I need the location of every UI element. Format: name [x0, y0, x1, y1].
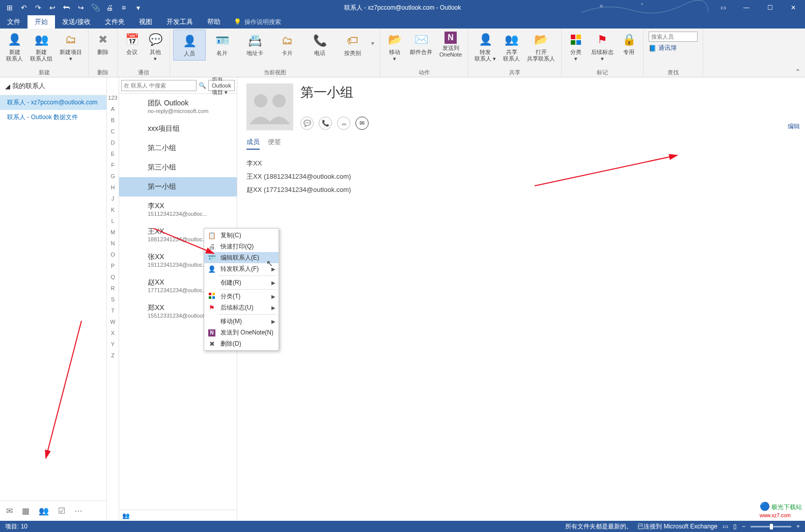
menu-item[interactable]: 移动(M)▶	[204, 316, 279, 327]
collapse-ribbon-icon[interactable]: ⌃	[795, 68, 801, 76]
new-item-button[interactable]: 🗂新建项目 ▾	[57, 30, 85, 64]
chat-icon[interactable]: 💬	[300, 117, 314, 130]
qat-rules-icon[interactable]: ≡	[117, 1, 130, 14]
tab-home[interactable]: 开始	[27, 15, 55, 29]
qat-forward-icon[interactable]: ↪	[74, 1, 88, 14]
tab-notes[interactable]: 便签	[268, 137, 281, 150]
search-icon[interactable]: 🔍	[199, 82, 206, 89]
edit-link[interactable]: 编辑	[788, 122, 800, 131]
qat-attach-icon[interactable]: 📎	[89, 1, 102, 14]
alpha-M[interactable]: M	[107, 229, 119, 240]
video-icon[interactable]: ☁	[337, 117, 350, 130]
tab-sendreceive[interactable]: 发送/接收	[55, 15, 98, 29]
ribbon-options-icon[interactable]: ▭	[711, 0, 735, 15]
email-icon[interactable]: ✉	[355, 117, 369, 130]
other-button[interactable]: 💬其他 ▾	[144, 30, 166, 64]
view-address-button[interactable]: 📇地址卡	[238, 30, 271, 60]
tab-folder[interactable]: 文件夹	[98, 15, 132, 29]
alpha-G[interactable]: G	[107, 173, 119, 184]
contact-list-item[interactable]: xxx项目组	[119, 119, 237, 138]
contact-list-item[interactable]: 第三小组	[119, 158, 237, 177]
alpha-A[interactable]: A	[107, 106, 119, 117]
menu-item[interactable]: ⚑后续标志(U)▶	[204, 302, 279, 313]
alpha-R[interactable]: R	[107, 285, 119, 296]
alpha-B[interactable]: B	[107, 117, 119, 128]
menu-item[interactable]: 🖨快速打印(Q)	[204, 241, 279, 252]
alpha-Q[interactable]: Q	[107, 274, 119, 285]
menu-item[interactable]: N发送到 OneNote(N)	[204, 327, 279, 338]
menu-item[interactable]: 分类(T)▶	[204, 291, 279, 302]
call-icon[interactable]: 📞	[319, 117, 332, 130]
contact-search-input[interactable]	[121, 80, 197, 91]
followup-button[interactable]: ⚑后续标志 ▾	[588, 30, 617, 64]
tab-help[interactable]: 帮助	[200, 15, 228, 29]
alpha-E[interactable]: E	[107, 151, 119, 162]
open-shared-button[interactable]: 📂打开 共享联系人	[524, 30, 558, 64]
qat-redo-icon[interactable]: ↷	[32, 1, 45, 14]
alpha-123[interactable]: 123	[107, 95, 119, 106]
view-reading-icon[interactable]: ▯	[733, 523, 737, 530]
delete-button[interactable]: ✖删除	[92, 30, 114, 58]
move-button[interactable]: 📂移动 ▾	[383, 30, 406, 64]
view-card-button[interactable]: 🪪名片	[206, 30, 238, 60]
onenote-button[interactable]: N发送到 OneNote	[436, 30, 465, 60]
tab-devtools[interactable]: 开发工具	[159, 15, 200, 29]
view-category-button[interactable]: 🏷按类别	[336, 30, 369, 60]
new-contact-group-button[interactable]: 👥新建 联系人组	[27, 30, 55, 64]
search-scope-button[interactable]: 所有 Outlook 项目 ▾	[208, 80, 235, 91]
menu-item[interactable]: ✖删除(D)	[204, 338, 279, 349]
alpha-H[interactable]: H	[107, 184, 119, 195]
view-normal-icon[interactable]: ▭	[723, 523, 728, 530]
more-nav-icon[interactable]: ⋯	[74, 506, 82, 516]
alpha-N[interactable]: N	[107, 240, 119, 251]
forward-contact-button[interactable]: 👤转发 联系人 ▾	[471, 30, 499, 64]
minimize-button[interactable]: —	[735, 0, 758, 15]
view-people-button[interactable]: 👤人员	[173, 30, 206, 61]
qat-print-icon[interactable]: 🖨	[103, 1, 116, 14]
alpha-F[interactable]: F	[107, 162, 119, 173]
alpha-L[interactable]: L	[107, 218, 119, 229]
view-cards-button[interactable]: 🗂卡片	[271, 30, 303, 60]
alpha-W[interactable]: W	[107, 319, 119, 330]
mail-nav-icon[interactable]: ✉	[6, 506, 13, 516]
tab-members[interactable]: 成员	[246, 137, 260, 150]
qat-reply-all-icon[interactable]: ⮪	[60, 1, 73, 14]
alpha-T[interactable]: T	[107, 307, 119, 319]
qat-undo-icon[interactable]: ↶	[17, 1, 31, 14]
nav-item-datafile-contacts[interactable]: 联系人 - Outlook 数据文件	[0, 110, 106, 125]
maximize-button[interactable]: ☐	[758, 0, 782, 15]
calendar-nav-icon[interactable]: ▦	[22, 506, 30, 516]
tasks-nav-icon[interactable]: ☑	[58, 506, 65, 516]
address-book-button[interactable]: 📘通讯簿	[649, 44, 698, 52]
alpha-K[interactable]: K	[107, 207, 119, 218]
qat-more-icon[interactable]: ▾	[131, 1, 145, 14]
zoom-slider[interactable]	[751, 526, 791, 527]
alpha-S[interactable]: S	[107, 296, 119, 307]
menu-item[interactable]: 创建(R)▶	[204, 277, 279, 288]
qat-window-icon[interactable]: ⊞	[3, 1, 16, 14]
alpha-C[interactable]: C	[107, 128, 119, 139]
nav-section-header[interactable]: ◢我的联系人	[0, 77, 106, 95]
alpha-O[interactable]: O	[107, 251, 119, 263]
menu-item[interactable]: 📋复制(C)	[204, 230, 279, 241]
search-people-input[interactable]	[649, 32, 698, 42]
view-phone-button[interactable]: 📞电话	[303, 30, 336, 60]
alpha-Y[interactable]: Y	[107, 341, 119, 352]
mail-merge-button[interactable]: ✉️邮件合并	[407, 30, 435, 58]
share-contacts-button[interactable]: 👥共享 联系人	[500, 30, 523, 64]
people-nav-icon[interactable]: 👥	[39, 506, 49, 516]
zoom-out-icon[interactable]: −	[742, 523, 745, 530]
private-button[interactable]: 🔒专用	[618, 30, 640, 58]
nav-item-account-contacts[interactable]: 联系人 - xz7pccom@outlook.com	[0, 95, 106, 110]
qat-reply-icon[interactable]: ↩	[46, 1, 59, 14]
zoom-in-icon[interactable]: +	[796, 523, 800, 530]
contact-list-item[interactable]: 团队 Outlookno-reply@microsoft.com	[119, 94, 237, 119]
categorize-button[interactable]: 分类 ▾	[565, 30, 587, 64]
contact-list-item[interactable]: 李XX15112341234@outloc...	[119, 197, 237, 222]
alpha-J[interactable]: J	[107, 195, 119, 207]
alpha-Z[interactable]: Z	[107, 352, 119, 363]
tab-file[interactable]: 文件	[0, 15, 27, 29]
alpha-P[interactable]: P	[107, 263, 119, 274]
alpha-D[interactable]: D	[107, 139, 119, 151]
alpha-X[interactable]: X	[107, 330, 119, 341]
